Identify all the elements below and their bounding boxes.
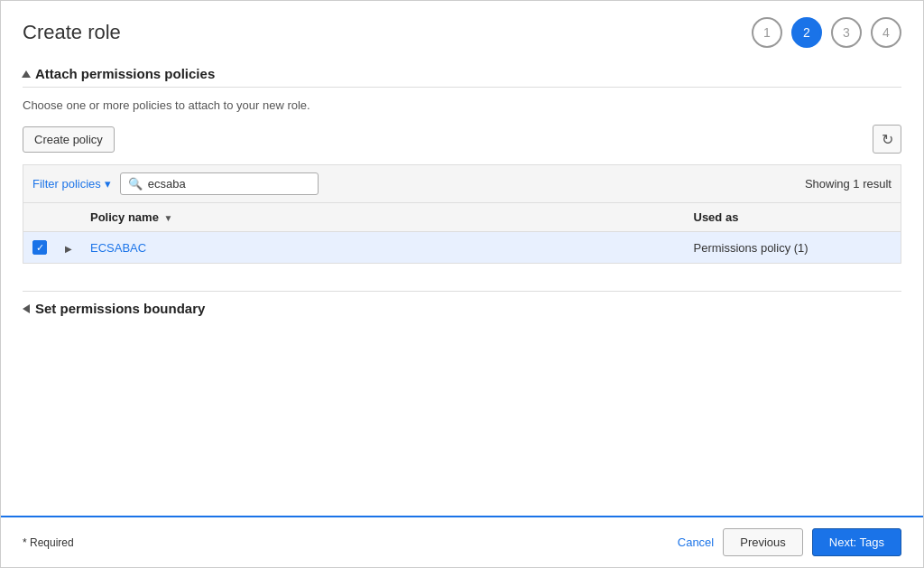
expand-icon[interactable]: ▶ xyxy=(65,244,72,254)
col-header-policy-name[interactable]: Policy name ▼ xyxy=(81,203,685,232)
section-description: Choose one or more policies to attach to… xyxy=(23,98,901,112)
checkbox-checked-icon: ✓ xyxy=(32,240,47,255)
search-icon: 🔍 xyxy=(128,177,143,191)
create-policy-button[interactable]: Create policy xyxy=(23,126,115,153)
col-header-used-as: Used as xyxy=(685,203,901,232)
col-header-expand xyxy=(56,203,81,232)
page-footer: * Required Cancel Previous Next: Tags xyxy=(1,516,923,567)
previous-button[interactable]: Previous xyxy=(723,528,803,556)
next-button[interactable]: Next: Tags xyxy=(812,528,901,556)
required-text: * Required xyxy=(23,536,74,549)
filter-policies-button[interactable]: Filter policies ▾ xyxy=(32,177,111,191)
collapse-icon[interactable] xyxy=(22,70,31,78)
filter-dropdown-icon: ▾ xyxy=(105,177,111,191)
row-checkbox-cell[interactable]: ✓ xyxy=(23,232,57,264)
toolbar: Create policy ↻ xyxy=(23,125,901,154)
step-indicators: 1 2 3 4 xyxy=(752,17,901,48)
row-expand-cell[interactable]: ▶ xyxy=(56,232,81,264)
filter-bar: Filter policies ▾ 🔍 Showing 1 result xyxy=(23,164,901,202)
search-input[interactable] xyxy=(148,177,310,191)
filter-policies-label: Filter policies xyxy=(32,177,101,191)
section-header: Attach permissions policies xyxy=(23,57,901,88)
cancel-link[interactable]: Cancel xyxy=(678,535,714,549)
refresh-button[interactable]: ↻ xyxy=(873,125,901,154)
boundary-section: Set permissions boundary xyxy=(23,291,901,316)
policies-table: Policy name ▼ Used as ✓ ▶ xyxy=(23,202,901,264)
step-4[interactable]: 4 xyxy=(871,17,901,48)
col-header-checkbox xyxy=(23,203,57,232)
step-1[interactable]: 1 xyxy=(752,17,782,48)
step-3[interactable]: 3 xyxy=(831,17,862,48)
footer-actions: Cancel Previous Next: Tags xyxy=(678,528,901,556)
sort-icon: ▼ xyxy=(164,213,173,223)
page-wrapper: Create role 1 2 3 4 Attach permissions p… xyxy=(0,0,924,568)
row-used-as-cell: Permissions policy (1) xyxy=(685,232,901,264)
section-title: Attach permissions policies xyxy=(35,66,215,81)
search-wrapper: 🔍 xyxy=(120,172,319,195)
table-row[interactable]: ✓ ▶ ECSABAC Permissions policy (1) xyxy=(23,232,901,264)
step-2[interactable]: 2 xyxy=(791,17,822,48)
row-policy-name-cell: ECSABAC xyxy=(81,232,685,264)
policy-name-link[interactable]: ECSABAC xyxy=(90,241,146,255)
boundary-section-title: Set permissions boundary xyxy=(35,301,205,316)
refresh-icon: ↻ xyxy=(882,131,893,148)
boundary-collapse-icon[interactable] xyxy=(23,304,30,313)
page-header: Create role 1 2 3 4 xyxy=(1,1,923,57)
showing-result: Showing 1 result xyxy=(805,177,892,191)
main-content: Attach permissions policies Choose one o… xyxy=(1,57,923,516)
table-header-row: Policy name ▼ Used as xyxy=(23,203,901,232)
page-title: Create role xyxy=(23,21,121,44)
